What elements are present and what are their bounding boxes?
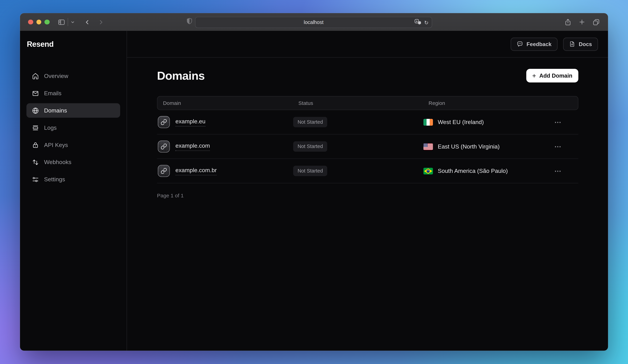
feedback-button[interactable]: Feedback bbox=[511, 37, 557, 51]
arrows-up-down-icon bbox=[32, 159, 39, 165]
link-icon bbox=[158, 116, 170, 128]
feedback-bubble-icon bbox=[517, 41, 523, 47]
logs-icon bbox=[32, 124, 39, 131]
sidebar-item-label: Logs bbox=[44, 124, 57, 131]
share-icon[interactable] bbox=[564, 18, 571, 26]
zoom-window-button[interactable] bbox=[45, 19, 50, 24]
sidebar-item-label: Settings bbox=[44, 176, 65, 182]
domain-link[interactable]: example.eu bbox=[175, 118, 205, 126]
row-actions-menu[interactable]: ⋯ bbox=[554, 118, 578, 126]
column-header-status: Status bbox=[299, 100, 429, 106]
domain-link[interactable]: example.com bbox=[175, 142, 210, 151]
table-row: example.com Not Started bbox=[157, 134, 578, 159]
sidebar-item-api-keys[interactable]: API Keys bbox=[26, 138, 120, 152]
us-flag-icon bbox=[423, 143, 433, 150]
svg-text:A: A bbox=[416, 20, 418, 23]
globe-icon bbox=[32, 107, 39, 114]
sidebar-item-settings[interactable]: Settings bbox=[26, 172, 120, 187]
sidebar-item-label: Overview bbox=[44, 73, 68, 79]
browser-titlebar: localhost A ↻ bbox=[20, 13, 608, 31]
back-button[interactable] bbox=[83, 19, 90, 25]
link-icon bbox=[158, 140, 170, 153]
sidebar-item-label: Emails bbox=[44, 90, 62, 96]
pagination-status: Page 1 of 1 bbox=[157, 192, 578, 199]
docs-button[interactable]: Docs bbox=[563, 37, 598, 51]
forward-button[interactable] bbox=[97, 19, 104, 25]
domain-link[interactable]: example.com.br bbox=[175, 167, 217, 175]
sidebar-item-label: API Keys bbox=[44, 142, 68, 148]
reload-icon[interactable]: ↻ bbox=[424, 20, 428, 25]
sidebar-item-emails[interactable]: Emails bbox=[26, 86, 120, 101]
sidebar-item-webhooks[interactable]: Webhooks bbox=[26, 155, 120, 169]
region-label: South America (São Paulo) bbox=[438, 168, 508, 174]
feedback-label: Feedback bbox=[527, 41, 551, 47]
new-tab-icon[interactable] bbox=[578, 18, 586, 26]
domains-table: Domain Status Region bbox=[157, 96, 578, 183]
document-icon bbox=[569, 41, 575, 47]
region-label: East US (North Virginia) bbox=[438, 143, 500, 150]
sidebar-item-label: Webhooks bbox=[44, 159, 71, 165]
column-header-domain: Domain bbox=[163, 100, 298, 106]
tab-overview-icon[interactable] bbox=[592, 18, 600, 26]
sidebar-item-domains[interactable]: Domains bbox=[26, 103, 120, 118]
status-badge: Not Started bbox=[293, 117, 327, 127]
docs-label: Docs bbox=[579, 41, 592, 47]
brazil-flag-icon bbox=[423, 168, 433, 174]
page-title: Domains bbox=[157, 69, 205, 82]
mail-icon bbox=[32, 90, 39, 97]
row-actions-menu[interactable]: ⋯ bbox=[554, 167, 578, 175]
chevron-down-icon[interactable] bbox=[70, 20, 75, 24]
resend-logo: Resend bbox=[27, 40, 127, 49]
sliders-icon bbox=[32, 176, 39, 183]
sidebar-toggle-icon[interactable] bbox=[58, 18, 65, 26]
add-domain-label: Add Domain bbox=[539, 72, 572, 79]
plus-icon: + bbox=[532, 72, 536, 79]
sidebar-nav: Overview Emails Domains bbox=[20, 69, 127, 186]
status-badge: Not Started bbox=[293, 166, 327, 176]
add-domain-button[interactable]: + Add Domain bbox=[526, 69, 578, 82]
sidebar-item-logs[interactable]: Logs bbox=[26, 121, 120, 135]
table-row: example.eu Not Started West EU (Ireland)… bbox=[157, 110, 578, 134]
home-icon bbox=[32, 73, 39, 79]
sidebar-item-label: Domains bbox=[44, 107, 67, 114]
traffic-lights bbox=[28, 19, 49, 24]
top-header: Feedback Docs bbox=[127, 31, 608, 58]
desktop: localhost A ↻ bbox=[0, 0, 628, 364]
sidebar-item-overview[interactable]: Overview bbox=[26, 69, 120, 83]
browser-window: localhost A ↻ bbox=[20, 13, 608, 351]
lock-icon bbox=[32, 141, 39, 148]
ireland-flag-icon bbox=[423, 119, 433, 125]
column-header-region: Region bbox=[429, 100, 554, 106]
url-text: localhost bbox=[304, 20, 323, 25]
translate-icon[interactable]: A bbox=[415, 19, 421, 26]
link-icon bbox=[158, 165, 170, 177]
titlebar-divider bbox=[68, 18, 68, 26]
row-actions-menu[interactable]: ⋯ bbox=[554, 142, 578, 151]
table-row: example.com.br Not Started bbox=[157, 159, 578, 183]
sidebar: Resend Overview Emails bbox=[20, 31, 127, 351]
close-window-button[interactable] bbox=[28, 19, 33, 24]
region-label: West EU (Ireland) bbox=[438, 119, 484, 125]
privacy-shield-icon[interactable] bbox=[186, 18, 193, 26]
table-header: Domain Status Region bbox=[157, 96, 578, 110]
minimize-window-button[interactable] bbox=[36, 19, 41, 24]
address-bar[interactable]: localhost A ↻ bbox=[195, 17, 432, 28]
status-badge: Not Started bbox=[293, 141, 327, 152]
